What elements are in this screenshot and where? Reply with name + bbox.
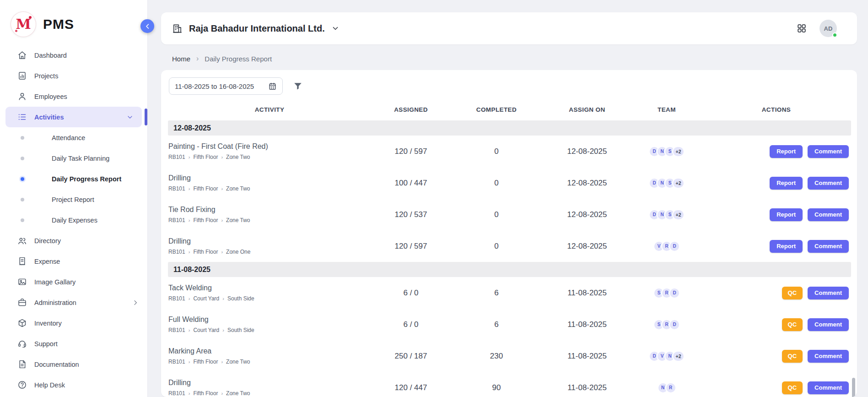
team-cell: SRD xyxy=(632,319,701,330)
chevron-right-icon: › xyxy=(221,249,223,255)
location-segment: Zone Two xyxy=(226,185,250,192)
company-selector[interactable]: Raja Bahadur International Ltd. xyxy=(172,23,340,34)
team-extra-count[interactable]: +2 xyxy=(672,209,685,220)
team-avatar[interactable]: R xyxy=(665,382,676,393)
breadcrumb-home[interactable]: Home xyxy=(172,55,190,63)
team-cell: DNS+2 xyxy=(632,178,701,189)
sidebar-item-documentation[interactable]: Documentation xyxy=(0,354,147,375)
assign-on-value: 11-08-2025 xyxy=(542,383,632,392)
sidebar-subitem-daily-progress-report[interactable]: Daily Progress Report xyxy=(0,169,147,189)
top-header-bar: Raja Bahadur International Ltd. AD xyxy=(161,12,857,44)
actions-cell: QCComment xyxy=(701,350,851,363)
date-range-input[interactable]: 11-08-2025 to 16-08-2025 xyxy=(169,77,283,95)
comment-button[interactable]: Comment xyxy=(808,145,849,158)
scrollbar-thumb[interactable] xyxy=(852,378,855,397)
logo-letter: M xyxy=(16,17,31,31)
actions-cell: QCComment xyxy=(701,318,851,331)
online-status-dot xyxy=(832,33,837,38)
sidebar-item-label: Administration xyxy=(34,299,124,306)
activity-cell: DrillingRB101›Fifth Floor›Zone Two xyxy=(168,379,371,397)
sidebar-item-label: Help Desk xyxy=(34,381,139,389)
team-cell: DNS+2 xyxy=(632,146,701,157)
sidebar-subitem-project-report[interactable]: Project Report xyxy=(0,189,147,210)
activity-location: RB101›Fifth Floor›Zone Two xyxy=(168,359,371,365)
comment-button[interactable]: Comment xyxy=(808,287,849,299)
bullet-icon xyxy=(21,177,24,181)
bullet-icon xyxy=(21,157,24,160)
report-button[interactable]: Report xyxy=(770,240,803,253)
sidebar-subitem-daily-expenses[interactable]: Daily Expenses xyxy=(0,210,147,230)
activity-title: Drilling xyxy=(168,379,371,387)
team-extra-count[interactable]: +2 xyxy=(672,178,685,189)
activity-cell: Full WeldingRB101›Court Yard›South Side xyxy=(168,315,371,333)
assigned-value: 120 / 537 xyxy=(371,210,451,219)
sidebar-item-administration[interactable]: Administration xyxy=(0,292,147,313)
comment-button[interactable]: Comment xyxy=(808,318,849,331)
assign-on-value: 12-08-2025 xyxy=(542,147,632,156)
sidebar-subitem-attendance[interactable]: Attendance xyxy=(0,127,147,148)
comment-button[interactable]: Comment xyxy=(808,240,849,253)
logo-icon: M xyxy=(11,12,36,37)
team-avatar[interactable]: D xyxy=(669,288,680,299)
location-segment: Fifth Floor xyxy=(193,154,218,160)
column-header-assign-on: ASSIGN ON xyxy=(542,106,632,113)
location-segment: RB101 xyxy=(168,185,185,192)
avatar[interactable]: AD xyxy=(819,20,837,37)
activity-location: RB101›Fifth Floor›Zone Two xyxy=(168,185,371,192)
table-header-row: ACTIVITYASSIGNEDCOMPLETEDASSIGN ONTEAMAC… xyxy=(168,98,851,120)
sidebar-collapse-button[interactable] xyxy=(140,19,154,33)
team-avatar[interactable]: D xyxy=(669,319,680,330)
report-button[interactable]: Report xyxy=(770,208,803,221)
building-icon xyxy=(172,23,183,34)
completed-value: 90 xyxy=(451,383,542,392)
chevron-right-icon: › xyxy=(221,218,223,223)
documentation-icon xyxy=(17,359,27,369)
sidebar-subitem-label: Project Report xyxy=(52,196,94,203)
comment-button[interactable]: Comment xyxy=(808,350,849,363)
chevron-right-icon: › xyxy=(189,186,190,191)
sidebar-item-dashboard[interactable]: Dashboard xyxy=(0,45,147,65)
qc-button[interactable]: QC xyxy=(782,287,803,299)
sidebar-subitem-daily-task-planning[interactable]: Daily Task Planning xyxy=(0,148,147,169)
date-range-value: 11-08-2025 to 16-08-2025 xyxy=(175,82,254,90)
comment-button[interactable]: Comment xyxy=(808,381,849,394)
sidebar-item-image-gallary[interactable]: Image Gallary xyxy=(0,272,147,292)
actions-cell: ReportComment xyxy=(701,177,851,190)
qc-button[interactable]: QC xyxy=(782,350,803,363)
location-segment: RB101 xyxy=(168,390,185,397)
qc-button[interactable]: QC xyxy=(782,381,803,394)
logo-dot xyxy=(29,16,32,19)
team-avatar[interactable]: D xyxy=(669,241,680,252)
sidebar-item-help-desk[interactable]: Help Desk xyxy=(0,375,147,395)
sidebar-item-employees[interactable]: Employees xyxy=(0,86,147,107)
sidebar-item-activities[interactable]: Activities xyxy=(5,107,142,127)
sidebar-item-support[interactable]: Support xyxy=(0,333,147,354)
filter-button[interactable] xyxy=(293,81,303,91)
home-icon xyxy=(17,50,27,60)
help-icon xyxy=(17,380,27,390)
team-cell: NR xyxy=(632,382,701,393)
completed-value: 0 xyxy=(451,179,542,188)
sidebar-item-label: Activities xyxy=(34,114,119,121)
chevron-right-icon: › xyxy=(189,327,190,333)
location-segment: Zone Two xyxy=(226,359,250,365)
chevron-right-icon: › xyxy=(196,55,199,62)
report-button[interactable]: Report xyxy=(770,145,803,158)
assign-on-value: 11-08-2025 xyxy=(542,352,632,361)
sidebar-item-inventory[interactable]: Inventory xyxy=(0,313,147,333)
sidebar-item-expense[interactable]: Expense xyxy=(0,251,147,272)
location-segment: Fifth Floor xyxy=(193,217,218,223)
team-cell: VRD xyxy=(632,241,701,252)
report-button[interactable]: Report xyxy=(770,177,803,190)
comment-button[interactable]: Comment xyxy=(808,208,849,221)
apps-grid-button[interactable] xyxy=(797,23,807,33)
activity-title: Painting - First Coat (Fire Red) xyxy=(168,142,371,151)
comment-button[interactable]: Comment xyxy=(808,177,849,190)
sidebar-item-label: Directory xyxy=(34,237,139,245)
sidebar-item-projects[interactable]: Projects xyxy=(0,65,147,86)
filter-row: 11-08-2025 to 16-08-2025 xyxy=(168,77,851,95)
team-extra-count[interactable]: +2 xyxy=(672,146,685,157)
qc-button[interactable]: QC xyxy=(782,318,803,331)
team-extra-count[interactable]: +2 xyxy=(672,351,685,362)
sidebar-item-directory[interactable]: Directory xyxy=(0,230,147,251)
